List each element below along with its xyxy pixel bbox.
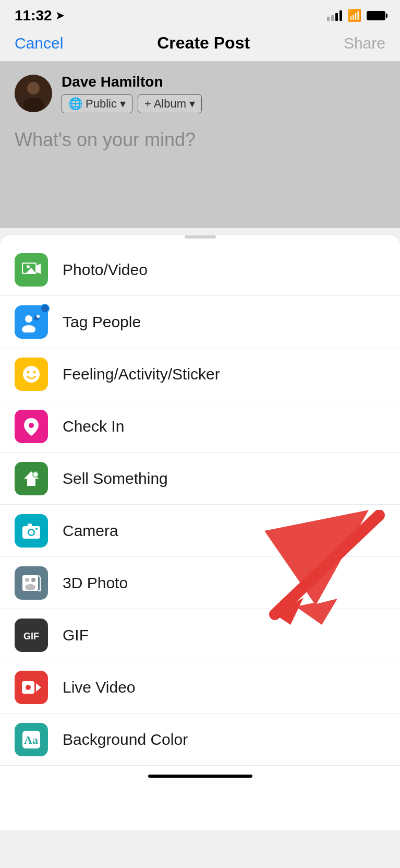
svg-marker-10: [37, 264, 41, 274]
bottom-sheet: Photo/Video Tag People: [0, 235, 400, 830]
post-input-placeholder[interactable]: What's on your mind?: [15, 124, 385, 156]
svg-rect-24: [28, 524, 32, 527]
background-color-icon: Aa: [15, 723, 48, 756]
svg-marker-34: [36, 683, 41, 692]
svg-point-27: [25, 578, 29, 582]
photo-video-icon: [15, 253, 48, 287]
share-button[interactable]: Share: [344, 34, 385, 52]
3d-photo-icon: [15, 566, 48, 600]
background-color-label: Background Color: [63, 731, 188, 748]
menu-item-camera[interactable]: Camera: [0, 505, 400, 557]
cancel-button[interactable]: Cancel: [15, 34, 63, 52]
live-video-icon: [15, 671, 48, 704]
check-in-label: Check In: [63, 418, 124, 435]
menu-item-3d-photo[interactable]: 3D Photo: [0, 557, 400, 609]
tag-people-icon: [15, 305, 48, 339]
menu-item-check-in[interactable]: Check In: [0, 400, 400, 453]
svg-point-2: [23, 98, 44, 112]
svg-point-28: [31, 578, 35, 582]
3d-photo-label: 3D Photo: [63, 574, 128, 592]
svg-point-23: [29, 530, 34, 534]
svg-point-1: [27, 82, 40, 94]
chevron-down-icon: ▾: [120, 97, 126, 111]
location-arrow-icon: ➤: [55, 9, 65, 22]
nav-bar: Cancel Create Post Share: [0, 28, 400, 61]
tag-dot: [40, 304, 50, 313]
svg-point-29: [25, 584, 35, 590]
svg-point-18: [29, 423, 34, 428]
album-label: + Album: [144, 97, 186, 111]
svg-point-14: [37, 315, 40, 318]
status-icons: 📶: [327, 9, 385, 22]
svg-point-25: [35, 528, 38, 530]
sell-icon: [15, 462, 48, 495]
user-badges: 🌐 Public ▾ + Album ▾: [62, 94, 202, 113]
svg-point-8: [27, 265, 30, 268]
svg-point-17: [33, 371, 36, 373]
sell-label: Sell Something: [63, 470, 168, 487]
post-user-row: Dave Hamilton 🌐 Public ▾ + Album ▾: [15, 74, 385, 113]
chevron-down-icon-2: ▾: [189, 97, 195, 111]
live-video-label: Live Video: [63, 679, 136, 696]
sheet-handle: [185, 235, 216, 239]
svg-point-16: [27, 371, 30, 373]
gif-icon: GIF: [15, 619, 48, 652]
menu-item-tag-people[interactable]: Tag People: [0, 296, 400, 348]
svg-text:Aa: Aa: [24, 733, 38, 746]
svg-point-15: [23, 366, 40, 383]
signal-icon: [327, 10, 342, 21]
battery-icon: [367, 11, 385, 20]
photo-video-label: Photo/Video: [63, 261, 148, 279]
status-bar: 11:32 ➤ 📶: [0, 0, 400, 28]
check-in-icon: [15, 410, 48, 443]
status-time: 11:32 ➤: [15, 7, 65, 24]
album-badge[interactable]: + Album ▾: [138, 94, 202, 113]
user-info: Dave Hamilton 🌐 Public ▾ + Album ▾: [62, 74, 202, 113]
menu-item-live-video[interactable]: Live Video: [0, 661, 400, 714]
svg-text:GIF: GIF: [23, 631, 39, 641]
menu-item-photo-video[interactable]: Photo/Video: [0, 244, 400, 296]
home-bar: [148, 775, 252, 778]
page-title: Create Post: [157, 33, 250, 53]
menu-list: Photo/Video Tag People: [0, 244, 400, 766]
svg-point-20: [33, 472, 38, 477]
tag-people-label: Tag People: [63, 313, 141, 331]
globe-icon: 🌐: [68, 97, 82, 111]
avatar: [15, 75, 52, 112]
wifi-icon: 📶: [347, 9, 361, 22]
menu-item-background-color[interactable]: Aa Background Color: [0, 714, 400, 766]
public-badge[interactable]: 🌐 Public ▾: [62, 94, 132, 113]
post-compose-area: Dave Hamilton 🌐 Public ▾ + Album ▾ What'…: [0, 61, 400, 228]
camera-icon: [15, 514, 48, 548]
menu-item-gif[interactable]: GIF GIF: [0, 609, 400, 661]
svg-point-12: [22, 325, 35, 332]
menu-item-feeling[interactable]: Feeling/Activity/Sticker: [0, 348, 400, 400]
camera-label: Camera: [63, 522, 118, 540]
menu-item-sell[interactable]: Sell Something: [0, 453, 400, 505]
clock: 11:32: [15, 7, 52, 24]
svg-point-11: [25, 315, 32, 323]
feeling-icon: [15, 358, 48, 391]
svg-point-33: [26, 685, 31, 690]
feeling-label: Feeling/Activity/Sticker: [63, 365, 220, 383]
gif-label: GIF: [63, 626, 89, 644]
user-name: Dave Hamilton: [62, 74, 202, 90]
home-indicator: [0, 766, 400, 787]
public-label: Public: [86, 97, 117, 111]
